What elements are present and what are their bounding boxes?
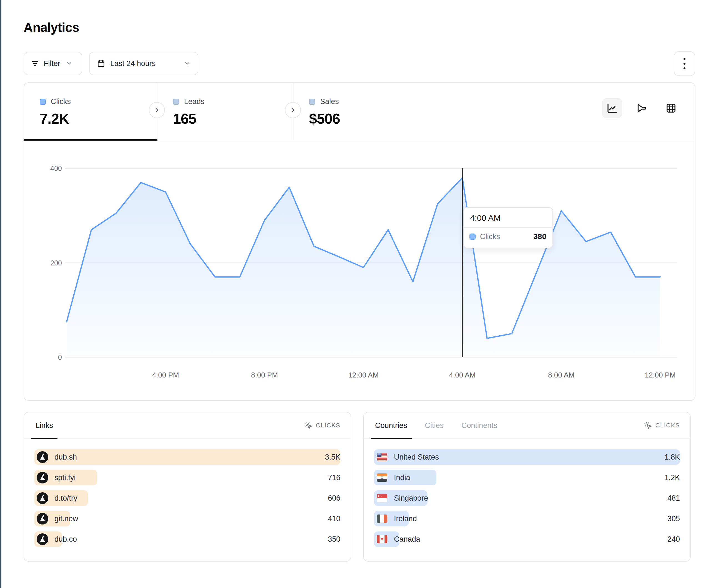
tooltip-value: 380 — [533, 232, 546, 241]
svg-text:400: 400 — [50, 164, 62, 172]
filter-icon — [31, 59, 39, 68]
tab-countries[interactable]: Countries — [374, 412, 408, 438]
metric-value: 165 — [173, 110, 293, 127]
links-panel: Links CLICKS dub.sh 3.5K spti.fyi 716 — [24, 412, 351, 562]
calendar-icon — [97, 59, 105, 68]
date-range-label: Last 24 hours — [110, 59, 156, 68]
metric-value: 7.2K — [40, 110, 157, 127]
svg-text:0: 0 — [58, 353, 62, 361]
link-clicks-value: 3.5K — [325, 453, 340, 461]
next-metric-button[interactable] — [285, 102, 301, 118]
link-label: d.to/try — [55, 494, 78, 502]
countries-metric-header[interactable]: CLICKS — [644, 421, 680, 430]
clicks-legend-icon — [470, 233, 476, 240]
svg-text:12:00 PM: 12:00 PM — [645, 371, 675, 379]
metric-header-label: CLICKS — [655, 422, 680, 429]
leads-legend-icon — [173, 99, 179, 105]
link-clicks-value: 350 — [328, 535, 340, 544]
date-range-button[interactable]: Last 24 hours — [89, 52, 198, 75]
funnel-view-button[interactable] — [631, 98, 652, 118]
country-label: United States — [394, 453, 439, 461]
metric-label: Leads — [184, 97, 204, 106]
links-metric-header[interactable]: CLICKS — [304, 421, 340, 430]
tab-clicks[interactable]: Clicks 7.2K — [24, 83, 157, 140]
links-panel-header: Links CLICKS — [24, 412, 351, 439]
filter-button[interactable]: Filter — [24, 52, 82, 75]
filter-button-label: Filter — [44, 59, 60, 68]
svg-text:8:00 PM: 8:00 PM — [251, 371, 278, 379]
svg-text:12:00 AM: 12:00 AM — [348, 371, 379, 379]
next-metric-button[interactable] — [149, 102, 165, 118]
tab-continents[interactable]: Continents — [460, 412, 498, 438]
metric-value: $506 — [309, 110, 430, 127]
link-label: git.new — [55, 515, 78, 523]
link-row[interactable]: spti.fyi 716 — [35, 470, 340, 485]
link-row[interactable]: d.to/try 606 — [35, 490, 340, 506]
us-flag-icon — [377, 453, 387, 461]
tab-label: Countries — [375, 421, 407, 430]
tab-label: Links — [36, 421, 53, 430]
ireland-flag-icon — [377, 515, 387, 523]
chevron-right-icon — [153, 107, 160, 114]
country-row[interactable]: Canada 240 — [374, 532, 680, 547]
link-row[interactable]: git.new 410 — [35, 511, 340, 526]
tooltip-series-label: Clicks — [480, 232, 529, 241]
countries-panel-header: Countries Cities Continents CLICKS — [364, 412, 690, 439]
kebab-menu-icon — [684, 58, 686, 69]
chevron-down-icon — [66, 60, 72, 67]
india-flag-icon — [377, 473, 387, 482]
line-chart-icon — [607, 103, 618, 114]
tooltip-time: 4:00 AM — [464, 208, 553, 228]
funnel-icon — [636, 103, 647, 114]
canada-flag-icon — [377, 535, 387, 543]
tab-links[interactable]: Links — [35, 412, 54, 438]
cursor-click-icon — [304, 421, 313, 430]
tab-leads[interactable]: Leads 165 — [157, 83, 294, 140]
country-label: Canada — [394, 535, 420, 544]
country-label: Ireland — [394, 515, 417, 523]
country-clicks-value: 1.2K — [664, 473, 680, 482]
tab-label: Cities — [425, 421, 444, 430]
dub-logo-icon — [37, 492, 48, 504]
dub-logo-icon — [37, 533, 48, 545]
metric-tabs-row: Clicks 7.2K Leads 165 Sales $506 — [24, 83, 695, 140]
chart-view-toggles — [602, 98, 681, 118]
link-clicks-value: 606 — [328, 494, 340, 502]
page-title: Analytics — [24, 20, 79, 35]
country-clicks-value: 305 — [667, 515, 680, 523]
country-label: India — [394, 473, 410, 482]
metric-label: Sales — [320, 97, 339, 106]
clicks-legend-icon — [40, 99, 46, 105]
table-view-button[interactable] — [661, 98, 681, 118]
line-chart-view-button[interactable] — [602, 98, 622, 118]
table-icon — [666, 103, 676, 114]
link-label: dub.sh — [55, 453, 77, 461]
chevron-down-icon — [184, 60, 191, 67]
country-row[interactable]: Ireland 305 — [374, 511, 680, 526]
link-row[interactable]: dub.co 350 — [35, 532, 340, 547]
svg-text:4:00 PM: 4:00 PM — [152, 371, 179, 379]
tab-cities[interactable]: Cities — [424, 412, 445, 438]
link-label: spti.fyi — [55, 473, 76, 482]
link-row[interactable]: dub.sh 3.5K — [35, 449, 340, 465]
svg-text:8:00 AM: 8:00 AM — [548, 371, 575, 379]
country-label: Singapore — [394, 494, 428, 502]
tab-label: Continents — [461, 421, 497, 430]
dub-logo-icon — [37, 472, 48, 483]
country-clicks-value: 1.8K — [664, 453, 680, 461]
more-options-button[interactable] — [674, 51, 695, 76]
svg-text:200: 200 — [50, 259, 62, 267]
chevron-right-icon — [289, 107, 297, 114]
country-clicks-value: 481 — [667, 494, 680, 502]
country-row[interactable]: India 1.2K — [374, 470, 680, 485]
clicks-area-chart[interactable]: 02004004:00 PM8:00 PM12:00 AM4:00 AM8:00… — [24, 140, 695, 401]
dub-logo-icon — [37, 451, 48, 463]
countries-list: United States 1.8K India 1.2K Singapore … — [364, 439, 690, 547]
singapore-flag-icon — [377, 494, 387, 502]
tab-sales[interactable]: Sales $506 — [294, 83, 430, 140]
metric-label: Clicks — [51, 97, 71, 106]
country-row[interactable]: United States 1.8K — [374, 449, 680, 465]
chart-tooltip: 4:00 AM Clicks 380 — [464, 207, 553, 248]
link-clicks-value: 716 — [328, 473, 340, 482]
country-row[interactable]: Singapore 481 — [374, 490, 680, 506]
